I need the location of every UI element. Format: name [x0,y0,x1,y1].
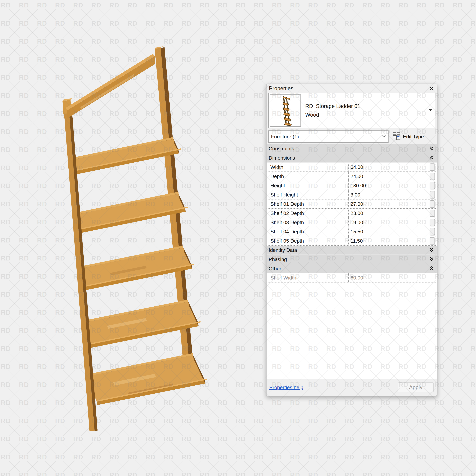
watermark-tile: RD [217,470,235,476]
watermark-tile: RD [235,217,253,235]
ladder-render [51,43,223,439]
watermark-tile: RD [90,452,109,470]
watermark-tile: RD [325,416,343,434]
section-header-identity-data[interactable]: Identity Data [267,246,437,255]
close-button[interactable] [428,85,435,92]
watermark-tile: RD [361,398,380,416]
section-header-dimensions[interactable]: Dimensions [267,153,437,163]
type-thumbnail-ladder-icon [277,95,293,126]
watermark-tile: RD [271,0,289,18]
param-value[interactable]: 27.00 [348,200,428,208]
watermark-tile: RD [470,398,476,416]
param-row-shelf-02-depth: Shelf 02 Depth23.00 [267,209,437,218]
watermark-tile: RD [434,470,452,476]
param-value[interactable]: 24.00 [348,172,428,181]
properties-help-link[interactable]: Properties help [269,385,303,390]
watermark-tile: RD [452,289,470,307]
watermark-tile: RD [18,199,36,217]
associate-parameter-button[interactable] [430,200,435,207]
collapse-double-chevron-up-icon [429,155,434,160]
watermark-tile: RD [416,470,434,476]
watermark-tile: RD [470,18,476,36]
family-name: RD_Storage Ladder 01 [305,103,360,109]
watermark-tile: RD [452,199,470,217]
watermark-tile: RD [470,145,476,163]
watermark-tile: RD [325,398,343,416]
watermark-tile: RD [470,343,476,362]
param-label: Shelf Height [267,190,348,199]
watermark-tile: RD [361,416,380,434]
watermark-tile: RD [452,325,470,343]
watermark-tile: RD [452,271,470,289]
combo-chevron-down-icon [382,135,386,138]
param-value[interactable]: 180.00 [348,181,428,190]
param-row-shelf-01-depth: Shelf 01 Depth27.00 [267,200,437,209]
associate-parameter-cell [428,209,437,218]
watermark-tile: RD [470,217,476,235]
param-label: Shelf 02 Depth [267,209,348,218]
watermark-tile: RD [0,0,18,18]
watermark-tile: RD [18,271,36,289]
empty-area [267,283,437,379]
watermark-tile: RD [470,199,476,217]
watermark-tile: RD [325,434,343,452]
watermark-tile: RD [0,36,18,54]
watermark-tile: RD [90,18,109,36]
watermark-tile: RD [235,18,253,36]
watermark-tile: RD [470,72,476,90]
watermark-tile: RD [253,54,271,72]
watermark-tile: RD [54,470,72,476]
associate-parameter-button[interactable] [430,219,435,226]
watermark-tile: RD [289,416,307,434]
edit-type-icon [392,132,401,141]
associate-parameter-cell [428,227,437,236]
associate-parameter-button[interactable] [430,228,435,235]
apply-button[interactable]: Apply [398,382,434,392]
param-value[interactable]: 3.00 [348,190,428,199]
section-header-phasing[interactable]: Phasing [267,255,437,264]
section-header-other[interactable]: Other [267,264,437,273]
watermark-tile: RD [199,470,217,476]
shelf-5 [85,353,207,405]
watermark-tile: RD [163,18,181,36]
watermark-tile: RD [452,380,470,398]
watermark-tile: RD [0,434,18,452]
watermark-tile: RD [452,145,470,163]
watermark-tile: RD [271,416,289,434]
expand-double-chevron-down-icon [429,248,434,253]
associate-parameter-button[interactable] [430,210,435,217]
associate-parameter-button[interactable] [430,191,435,198]
watermark-tile: RD [361,0,380,18]
watermark-tile: RD [181,18,199,36]
associate-parameter-button[interactable] [430,164,435,171]
watermark-tile: RD [380,0,398,18]
param-value[interactable]: 64.00 [348,163,428,171]
watermark-tile: RD [452,127,470,145]
associate-parameter-button[interactable] [430,173,435,180]
param-row-shelf-03-depth: Shelf 03 Depth19.00 [267,218,437,227]
watermark-tile: RD [380,452,398,470]
watermark-tile: RD [54,0,72,18]
type-selector[interactable]: RD_Storage Ladder 01 Wood [268,93,435,128]
param-value[interactable]: 15.50 [348,227,428,236]
associate-parameter-cell [428,236,437,245]
associate-parameter-button[interactable] [430,237,435,244]
watermark-tile: RD [0,380,18,398]
associate-parameter-button[interactable] [430,182,435,189]
param-value[interactable]: 23.00 [348,209,428,218]
selection-filter-combo[interactable]: Furniture (1) [268,130,389,143]
watermark-tile: RD [0,361,18,380]
watermark-tile: RD [0,325,18,343]
edit-type-button[interactable]: Edit Type [391,132,425,142]
watermark-tile: RD [181,0,199,18]
param-value[interactable]: 19.00 [348,218,428,227]
watermark-tile: RD [0,235,18,253]
watermark-tile: RD [72,470,90,476]
watermark-tile: RD [217,18,235,36]
watermark-tile: RD [361,470,380,476]
watermark-tile: RD [416,398,434,416]
watermark-tile: RD [235,199,253,217]
section-header-constraints[interactable]: Constraints [267,144,437,153]
watermark-tile: RD [235,434,253,452]
param-value[interactable]: 11.50 [348,236,428,245]
